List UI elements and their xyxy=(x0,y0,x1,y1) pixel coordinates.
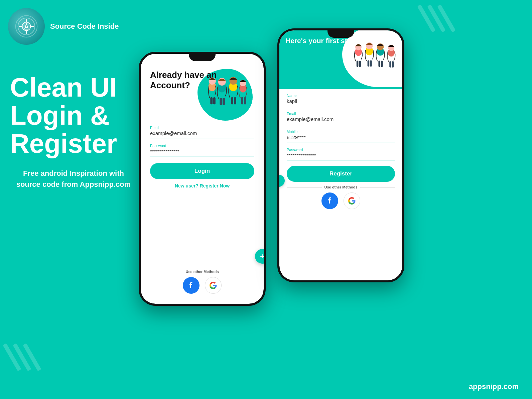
password-label: Password xyxy=(150,144,254,148)
svg-rect-27 xyxy=(357,60,359,67)
android-logo xyxy=(8,8,45,45)
mobile-field[interactable]: 8129**** xyxy=(287,134,395,142)
email-field[interactable]: example@email.com xyxy=(150,130,254,138)
login-people-illustration xyxy=(203,69,254,117)
svg-rect-23 xyxy=(241,97,243,104)
svg-rect-20 xyxy=(223,98,225,105)
facebook-button-register[interactable] xyxy=(321,192,338,209)
social-section: Use other Methods xyxy=(150,270,254,297)
svg-rect-40 xyxy=(392,61,394,68)
phone-notch xyxy=(189,54,216,61)
people-svg xyxy=(203,69,254,117)
register-form: Name kapil Email example@email.com Mobil… xyxy=(279,89,402,280)
svg-rect-17 xyxy=(210,97,213,104)
google-icon-register xyxy=(348,196,356,205)
divider-left xyxy=(150,272,183,272)
subtitle: Free android Inspiration with source cod… xyxy=(10,168,137,190)
login-form: Email example@email.com Password *******… xyxy=(150,124,254,270)
social-label-register: Use other Methods xyxy=(324,185,358,189)
facebook-icon xyxy=(186,281,196,290)
email-label-register: Email xyxy=(287,112,395,116)
svg-rect-24 xyxy=(244,97,246,104)
google-button[interactable] xyxy=(205,277,222,294)
svg-rect-22 xyxy=(234,97,236,104)
register-hero-bg: Here's your first step with us! xyxy=(279,30,402,89)
google-icon xyxy=(209,281,218,290)
divider-right-register xyxy=(360,187,395,187)
main-title: Clean UI Login & Register xyxy=(10,74,137,158)
svg-rect-32 xyxy=(370,60,372,67)
android-studio-icon xyxy=(15,15,38,38)
svg-rect-28 xyxy=(359,60,361,67)
facebook-button[interactable] xyxy=(183,277,200,294)
svg-rect-31 xyxy=(368,60,370,67)
facebook-icon-register xyxy=(325,196,335,206)
email-label: Email xyxy=(150,126,254,130)
phone-notch-register xyxy=(327,30,354,38)
register-people-svg xyxy=(351,32,401,84)
footer-url: appsnipp.com xyxy=(469,382,519,391)
svg-rect-35 xyxy=(378,60,380,67)
social-icons xyxy=(150,277,254,297)
name-field[interactable]: kapil xyxy=(287,98,395,106)
divider-left-register xyxy=(287,187,322,187)
social-section-register: Use other Methods xyxy=(287,185,395,213)
header: Source Code Inside xyxy=(8,8,119,45)
password-label-register: Password xyxy=(287,148,395,152)
social-label: Use other Methods xyxy=(186,270,219,274)
svg-rect-39 xyxy=(389,61,391,68)
register-button[interactable]: Register xyxy=(287,166,395,182)
svg-rect-21 xyxy=(231,97,233,104)
register-phone: Here's your first step with us! xyxy=(277,28,404,282)
svg-rect-18 xyxy=(213,97,216,104)
login-hero-area: Already have an Account? xyxy=(150,64,254,124)
register-screen: Here's your first step with us! xyxy=(279,30,402,280)
login-button[interactable]: Login xyxy=(150,163,254,179)
password-field-register[interactable]: *************** xyxy=(287,152,395,160)
left-panel: Clean UI Login & Register Free android I… xyxy=(10,74,137,190)
svg-rect-36 xyxy=(381,60,383,67)
email-field-register[interactable]: example@email.com xyxy=(287,116,395,124)
google-button-register[interactable] xyxy=(344,192,360,209)
name-label: Name xyxy=(287,94,395,98)
register-people-illustration xyxy=(351,32,401,86)
login-phone: Already have an Account? xyxy=(139,52,266,306)
source-code-label: Source Code Inside xyxy=(50,22,119,31)
divider-row: Use other Methods xyxy=(150,270,254,274)
login-screen: Already have an Account? xyxy=(141,54,264,304)
social-icons-register xyxy=(287,192,395,213)
mobile-label: Mobile xyxy=(287,130,395,134)
divider-row-register: Use other Methods xyxy=(287,185,395,189)
password-field[interactable]: *************** xyxy=(150,148,254,156)
divider-right xyxy=(222,272,255,272)
login-content: Already have an Account? xyxy=(141,54,264,304)
svg-rect-19 xyxy=(220,98,222,105)
register-link[interactable]: New user? Register Now xyxy=(150,183,254,188)
